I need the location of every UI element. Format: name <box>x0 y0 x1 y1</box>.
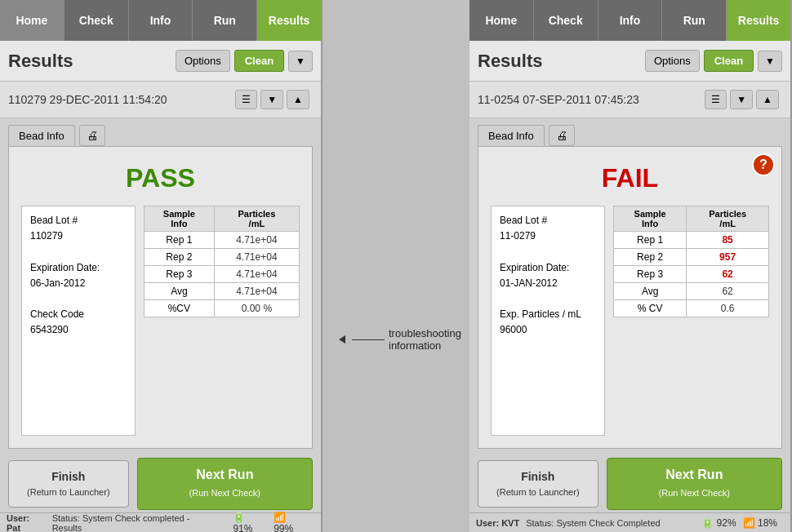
row-label: Rep 1 <box>145 232 215 249</box>
results-title: Results <box>8 51 176 72</box>
row-label: Rep 2 <box>145 249 215 266</box>
expiration-label: Expiration Date: <box>30 262 100 273</box>
nav-item-run[interactable]: Run <box>662 0 727 41</box>
down-arrow-button[interactable]: ▼ <box>260 90 283 109</box>
right-panel: HomeCheckInfoRunResultsResultsOptionsCle… <box>469 0 792 532</box>
data-table: SampleInfoParticles/mLRep 185Rep 2957Rep… <box>613 206 769 317</box>
finish-button[interactable]: Finish(Return to Launcher) <box>478 460 598 508</box>
footer-buttons: Finish(Return to Launcher)Next Run(Run N… <box>0 455 321 512</box>
row-value: 62 <box>687 283 769 300</box>
expiration-value: 01-JAN-2012 <box>500 277 558 289</box>
footer-buttons: Finish(Return to Launcher)Next Run(Run N… <box>469 455 790 512</box>
row-value: 62 <box>687 266 769 283</box>
nav-item-check[interactable]: Check <box>65 0 129 41</box>
bead-lot-value: 110279 <box>30 230 63 242</box>
status-bar: User: KVT Status: System Check Completed… <box>469 512 790 532</box>
table-row: Rep 362 <box>614 266 769 283</box>
up-arrow-button[interactable]: ▲ <box>287 90 309 109</box>
options-button[interactable]: Options <box>176 50 230 72</box>
info-table-area: Bead Lot #110279Expiration Date:06-Jan-2… <box>9 202 312 448</box>
spacer-area: troubleshooting information <box>323 0 469 532</box>
col-header-sample: SampleInfo <box>614 206 687 232</box>
status-user: User: Pat <box>7 513 46 533</box>
down-arrow-button[interactable]: ▼ <box>730 90 753 109</box>
bead-info-left: Bead Lot #110279Expiration Date:06-Jan-2… <box>21 206 136 436</box>
record-bar: 11-0254 07-SEP-2011 07:45:23☰▼▲ <box>469 82 790 118</box>
row-label: %CV <box>145 300 215 317</box>
table-row: % CV0.6 <box>614 300 769 317</box>
print-button[interactable]: 🖨 <box>549 125 575 146</box>
row-label: Rep 3 <box>145 266 215 283</box>
table-row: Avg4.71e+04 <box>145 283 300 300</box>
check-code-label: Check Code <box>30 308 84 320</box>
print-button[interactable]: 🖨 <box>79 125 105 146</box>
results-header: ResultsOptionsClean▼ <box>0 41 321 82</box>
nav-bar: HomeCheckInfoRunResults <box>469 0 790 41</box>
row-label: Avg <box>145 283 215 300</box>
troubleshoot-icon[interactable]: ? <box>752 153 775 176</box>
table-row: Rep 2957 <box>614 249 769 266</box>
bead-lot-value: 11-0279 <box>500 230 536 242</box>
finish-button[interactable]: Finish(Return to Launcher) <box>8 460 129 508</box>
row-value: 957 <box>687 249 769 266</box>
nav-item-info[interactable]: Info <box>598 0 663 41</box>
row-label: Rep 2 <box>614 249 687 266</box>
bead-info-tab[interactable]: Bead Info <box>8 125 75 146</box>
clean-button[interactable]: Clean <box>234 50 284 72</box>
record-id: 11-0254 07-SEP-2011 07:45:23 <box>478 93 705 106</box>
tab-area: Bead Info🖨 <box>0 118 321 146</box>
row-value: 4.71e+04 <box>214 232 299 249</box>
content-box: PASSBead Lot #110279Expiration Date:06-J… <box>8 146 313 449</box>
nav-bar: HomeCheckInfoRunResults <box>0 0 321 41</box>
row-value: 0.00 % <box>214 300 299 317</box>
bead-lot-label: Bead Lot # <box>500 215 547 226</box>
table-row: Rep 185 <box>614 232 769 249</box>
options-button[interactable]: Options <box>645 50 700 72</box>
next-run-button[interactable]: Next Run(Run Next Check) <box>607 458 782 510</box>
tab-area: Bead Info🖨 <box>469 118 790 146</box>
list-icon-button[interactable]: ☰ <box>705 90 727 109</box>
row-value: 4.71e+04 <box>214 283 299 300</box>
list-icon-button[interactable]: ☰ <box>235 90 257 109</box>
results-title: Results <box>478 51 645 72</box>
row-label: Rep 3 <box>614 266 687 283</box>
nav-item-results[interactable]: Results <box>257 0 321 41</box>
table-row: Avg62 <box>614 283 769 300</box>
status-text: Status: System Check completed - Results <box>52 513 220 533</box>
up-arrow-button[interactable]: ▲ <box>756 90 779 109</box>
status-user: User: KVT <box>476 518 519 528</box>
exp-particles-value: 96000 <box>500 324 527 335</box>
table-row: Rep 14.71e+04 <box>145 232 300 249</box>
nav-item-run[interactable]: Run <box>193 0 257 41</box>
left-panel: HomeCheckInfoRunResultsResultsOptionsCle… <box>0 0 323 532</box>
bead-lot-label: Bead Lot # <box>30 215 78 226</box>
nav-item-results[interactable]: Results <box>727 0 790 41</box>
nav-item-check[interactable]: Check <box>534 0 598 41</box>
troubleshoot-label: troubleshooting information <box>389 327 461 352</box>
row-value: 4.71e+04 <box>214 249 299 266</box>
row-label: Avg <box>614 283 687 300</box>
dropdown-button[interactable]: ▼ <box>758 51 782 72</box>
bead-info-tab[interactable]: Bead Info <box>478 125 545 146</box>
clean-button[interactable]: Clean <box>704 50 754 72</box>
content-box: ?FAILBead Lot #11-0279Expiration Date:01… <box>478 146 782 449</box>
nav-item-home[interactable]: Home <box>0 0 65 41</box>
bead-info-right: SampleInfoParticles/mLRep 185Rep 2957Rep… <box>613 206 769 436</box>
table-row: Rep 24.71e+04 <box>145 249 300 266</box>
result-status: FAIL <box>478 147 781 202</box>
dropdown-button[interactable]: ▼ <box>288 51 313 72</box>
col-header-particles: Particles/mL <box>214 206 299 232</box>
next-run-button[interactable]: Next Run(Run Next Check) <box>137 458 313 510</box>
nav-item-home[interactable]: Home <box>469 0 534 41</box>
table-row: %CV0.00 % <box>145 300 300 317</box>
col-header-sample: SampleInfo <box>145 206 215 232</box>
status-text: Status: System Check Completed <box>526 518 660 528</box>
table-row: Rep 34.71e+04 <box>145 266 300 283</box>
result-status: PASS <box>9 147 312 202</box>
row-label: % CV <box>614 300 687 317</box>
battery-status: 🔋 91% <box>233 512 267 533</box>
check-code-value: 6543290 <box>30 324 69 335</box>
data-table: SampleInfoParticles/mLRep 14.71e+04Rep 2… <box>144 206 300 317</box>
nav-item-info[interactable]: Info <box>129 0 194 41</box>
info-table-area: Bead Lot #11-0279Expiration Date:01-JAN-… <box>478 202 781 448</box>
